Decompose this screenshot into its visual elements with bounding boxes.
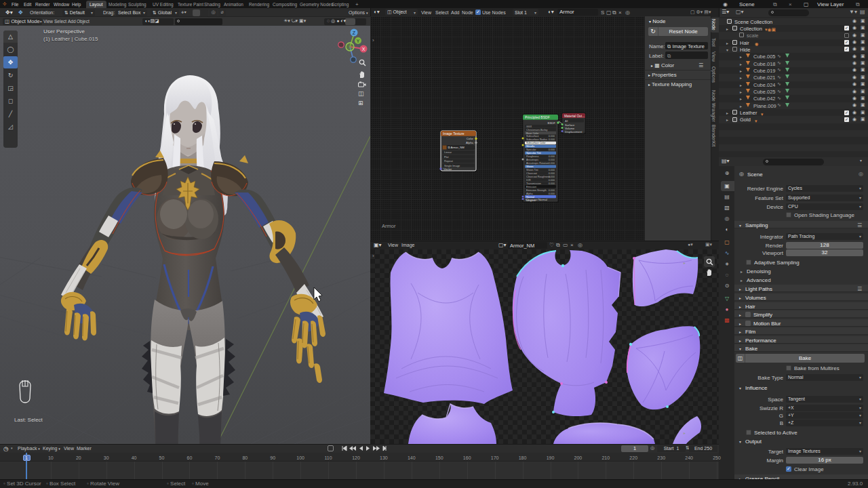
svg-text:Subsurface Radius: Subsurface Radius: [526, 138, 547, 141]
svg-text:⧉ Armor_NM: ⧉ Armor_NM: [448, 146, 465, 149]
svg-text:Sheen Tint: Sheen Tint: [526, 169, 538, 171]
svg-text:Subsurface: Subsurface: [526, 135, 539, 138]
svg-text:Material Out...: Material Out...: [564, 115, 585, 118]
svg-text:IOR: IOR: [526, 179, 531, 182]
svg-text:0.000: 0.000: [549, 176, 555, 178]
svg-text:Y: Y: [357, 39, 360, 43]
svg-text:Color: Color: [467, 137, 474, 140]
svg-text:X: X: [362, 47, 366, 52]
svg-text:Clearcoat: Clearcoat: [526, 172, 537, 175]
svg-text:BSDF: BSDF: [548, 121, 556, 125]
svg-text:Linear: Linear: [444, 150, 452, 154]
svg-text:Vector: Vector: [443, 167, 452, 171]
svg-text:Subsurface Color: Subsurface Color: [526, 142, 546, 144]
svg-text:0.000: 0.000: [549, 179, 555, 182]
svg-text:Tangent: Tangent: [526, 199, 536, 202]
svg-text:Christensen-Burley: Christensen-Burley: [526, 129, 548, 131]
svg-text:Clearcoat Roughness: Clearcoat Roughness: [526, 176, 551, 178]
svg-text:0.000: 0.000: [549, 162, 555, 165]
svg-text:Alpha: Alpha: [466, 141, 474, 144]
svg-text:Anisotropic: Anisotropic: [526, 159, 538, 161]
svg-text:0.000: 0.000: [549, 135, 555, 138]
svg-text:All: All: [565, 119, 568, 123]
svg-text:Metallic: Metallic: [526, 145, 535, 148]
svg-text:Alpha: Alpha: [526, 192, 533, 195]
svg-text:0.000: 0.000: [549, 169, 555, 171]
svg-text:0.000: 0.000: [549, 148, 555, 151]
svg-text:Transmission: Transmission: [526, 182, 541, 185]
svg-text:Sheen: Sheen: [526, 165, 534, 168]
svg-text:Displacement: Displacement: [565, 130, 583, 134]
svg-text:Repeat: Repeat: [444, 159, 454, 163]
svg-text:0.000: 0.000: [549, 189, 555, 192]
svg-text:Single Image: Single Image: [444, 164, 460, 167]
svg-text:Specular Tint: Specular Tint: [526, 152, 541, 155]
svg-text:0.000: 0.000: [549, 138, 555, 141]
svg-text:Roughness: Roughness: [526, 155, 539, 158]
svg-text:Emission: Emission: [526, 186, 536, 188]
svg-text:Image Texture: Image Texture: [443, 131, 465, 136]
svg-text:Z: Z: [353, 30, 356, 35]
svg-text:0.000: 0.000: [549, 172, 555, 175]
svg-text:Anisotropic Rotation: Anisotropic Rotation: [526, 162, 549, 165]
svg-text:0.000: 0.000: [549, 182, 555, 185]
svg-text:0.000: 0.000: [549, 155, 555, 158]
svg-text:Base Color: Base Color: [526, 132, 539, 135]
svg-text:Flat: Flat: [444, 155, 450, 159]
svg-text:GGX: GGX: [526, 125, 532, 128]
svg-text:0.000: 0.000: [549, 159, 555, 161]
svg-text:Principled BSDF: Principled BSDF: [525, 115, 550, 119]
svg-text:Specular: Specular: [526, 148, 536, 151]
svg-text:Emission Strength: Emission Strength: [526, 189, 547, 192]
svg-text:0.000: 0.000: [549, 192, 555, 195]
